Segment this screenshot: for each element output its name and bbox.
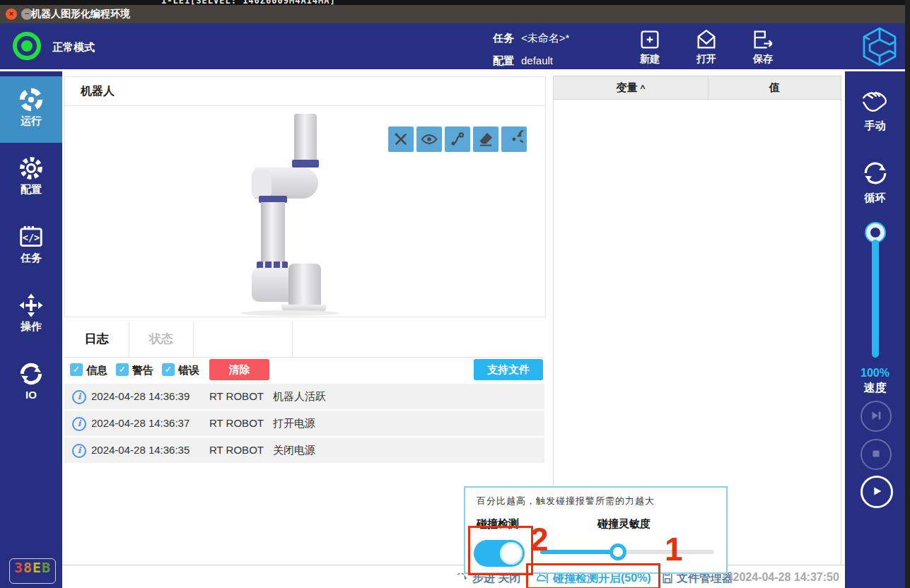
log-row[interactable]: i 2024-04-28 14:36:39 RT ROBOT 机器人活跃 bbox=[64, 384, 544, 409]
save-icon bbox=[740, 28, 786, 52]
open-task-button[interactable]: 打开 bbox=[684, 28, 729, 67]
badge-char: E bbox=[33, 559, 42, 576]
tab-status[interactable]: 状态 bbox=[129, 322, 193, 357]
sidebar-item-run[interactable]: 运行 bbox=[0, 76, 62, 143]
sidebar-item-config-label: 配置 bbox=[0, 183, 62, 196]
log-row[interactable]: i 2024-04-28 14:36:37 RT ROBOT 打开电源 bbox=[64, 411, 544, 436]
badge-char: 8 bbox=[23, 559, 33, 576]
divider bbox=[65, 105, 545, 106]
info-icon: i bbox=[72, 390, 86, 404]
value-column-header[interactable]: 值 bbox=[708, 76, 841, 100]
save-task-button[interactable]: 保存 bbox=[740, 28, 786, 67]
manual-mode-label: 手动 bbox=[845, 119, 905, 133]
mode-status-icon bbox=[13, 32, 41, 60]
sidebar-item-operate-label: 操作 bbox=[0, 320, 62, 334]
task-value: <未命名>* bbox=[521, 32, 569, 44]
sensitivity-slider-fill bbox=[540, 550, 617, 554]
new-task-label: 新建 bbox=[627, 53, 672, 66]
sidebar-item-task[interactable]: </> 任务 bbox=[0, 213, 62, 280]
annotation-number-2: 2 bbox=[530, 523, 549, 555]
sidebar-item-task-label: 任务 bbox=[0, 252, 62, 265]
sidebar-item-config[interactable]: 配置 bbox=[0, 145, 62, 211]
open-task-label: 打开 bbox=[684, 53, 729, 66]
loop-mode-button[interactable]: 循环 bbox=[845, 158, 905, 205]
path-curve-icon bbox=[445, 130, 470, 148]
divider bbox=[129, 322, 129, 357]
eye-icon bbox=[416, 130, 442, 148]
divider bbox=[64, 357, 544, 358]
rotate-target-icon bbox=[501, 130, 527, 148]
app-window: 1-LE1[SELVEL: 140Z6009M4A14MA] × − 机器人图形… bbox=[0, 0, 910, 588]
log-source: RT ROBOT bbox=[209, 390, 264, 402]
support-file-button[interactable]: 支持文件 bbox=[474, 359, 543, 380]
window-close-button[interactable]: × bbox=[6, 8, 17, 20]
save-task-label: 保存 bbox=[740, 53, 786, 66]
sensitivity-slider-track[interactable] bbox=[540, 550, 714, 554]
run-icon bbox=[0, 86, 62, 113]
log-time: 2024-04-28 14:36:37 bbox=[91, 417, 189, 429]
play-icon bbox=[863, 483, 891, 499]
view-visibility-button[interactable] bbox=[416, 127, 442, 152]
config-row: 配置default bbox=[493, 54, 553, 68]
step-forward-button[interactable] bbox=[861, 401, 892, 432]
new-task-button[interactable]: 新建 bbox=[627, 28, 672, 67]
sidebar-item-io[interactable]: IO bbox=[0, 351, 62, 417]
variables-column-label: 变量 bbox=[616, 81, 637, 93]
info-icon: i bbox=[72, 444, 86, 458]
log-source: RT ROBOT bbox=[209, 444, 264, 456]
sidebar-item-io-label: IO bbox=[0, 389, 62, 401]
filter-warning-checkbox[interactable]: ✓ bbox=[116, 363, 129, 376]
manual-mode-button[interactable]: 手动 bbox=[845, 88, 905, 133]
log-message: 打开电源 bbox=[273, 417, 315, 430]
log-message: 机器人活跃 bbox=[273, 390, 326, 404]
background-terminal-strip: 1-LE1[SELVEL: 140Z6009M4A14MA] bbox=[0, 0, 910, 5]
view-tools-button[interactable] bbox=[388, 127, 414, 152]
log-row[interactable]: i 2024-04-28 14:36:35 RT ROBOT 关闭电源 bbox=[64, 437, 544, 463]
sidebar-item-operate[interactable]: 操作 bbox=[0, 282, 62, 348]
config-label: 配置 bbox=[493, 54, 514, 66]
sidebar-item-run-label: 运行 bbox=[0, 114, 62, 128]
info-icon: i bbox=[72, 417, 86, 431]
annotation-box-collision-status bbox=[526, 563, 660, 588]
tools-icon bbox=[388, 130, 414, 148]
variables-column-header[interactable]: 变量 ^ bbox=[554, 76, 708, 100]
window-title: 机器人图形化编程环境 bbox=[31, 8, 130, 20]
hex-status-badge: 38EB bbox=[9, 558, 56, 584]
tab-log[interactable]: 日志 bbox=[64, 322, 129, 357]
badge-char: 3 bbox=[14, 559, 23, 576]
filter-error-label: 错误 bbox=[178, 364, 199, 377]
eraser-icon bbox=[473, 130, 498, 148]
sensitivity-slider-handle[interactable] bbox=[609, 543, 626, 560]
task-row: 任务<未命名>* bbox=[493, 32, 569, 45]
loop-mode-label: 循环 bbox=[845, 192, 905, 205]
view-erase-button[interactable] bbox=[473, 127, 498, 152]
open-file-icon bbox=[684, 28, 729, 52]
desktop-edge bbox=[905, 0, 910, 588]
log-source: RT ROBOT bbox=[209, 417, 264, 429]
window-titlebar: × − 机器人图形化编程环境 bbox=[0, 5, 905, 23]
code-window-icon: </> bbox=[0, 223, 62, 250]
speed-slider-track[interactable] bbox=[872, 240, 879, 358]
log-time: 2024-04-28 14:36:35 bbox=[91, 444, 189, 456]
badge-char: B bbox=[42, 559, 51, 576]
play-button[interactable] bbox=[861, 476, 893, 508]
robot-view-panel: 机器人 bbox=[64, 76, 546, 317]
config-value: default bbox=[521, 54, 553, 66]
clear-log-button[interactable]: 清除 bbox=[209, 359, 269, 380]
gear-icon bbox=[0, 155, 62, 182]
log-message: 关闭电源 bbox=[273, 444, 315, 457]
sort-caret-icon: ^ bbox=[641, 83, 646, 93]
log-time: 2024-04-28 14:36:39 bbox=[91, 390, 189, 402]
filter-error-checkbox[interactable]: ✓ bbox=[162, 363, 175, 376]
filter-info-checkbox[interactable]: ✓ bbox=[70, 363, 83, 376]
left-sidebar: 运行 配置 </> 任务 bbox=[0, 71, 62, 588]
app-header: 正常模式 任务<未命名>* 配置default 新建 打开 bbox=[0, 23, 905, 71]
annotation-box-toggle bbox=[468, 526, 533, 575]
filter-warning-label: 警告 bbox=[132, 364, 153, 377]
view-reset-rotation-button[interactable] bbox=[501, 127, 527, 152]
right-sidebar: 手动 循环 100% 速度 bbox=[845, 71, 905, 588]
view-trajectory-button[interactable] bbox=[445, 127, 470, 152]
io-cycle-icon bbox=[0, 360, 62, 387]
speed-percent: 100% bbox=[845, 367, 905, 380]
stop-button[interactable] bbox=[861, 439, 892, 470]
